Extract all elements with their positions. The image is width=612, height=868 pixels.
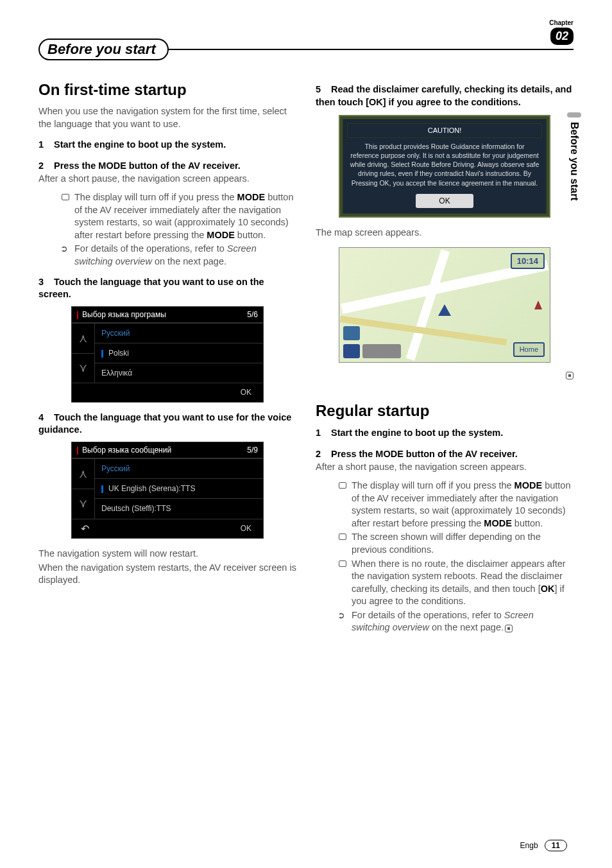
reg-note-1: The display will turn off if you press t…: [339, 480, 574, 530]
map-menu-icon: [343, 326, 360, 340]
map-scale-icon: [362, 344, 401, 358]
current-position-icon: [438, 304, 451, 316]
end-marker-icon: [505, 625, 513, 632]
intro-text: When you use the navigation system for t…: [38, 105, 296, 130]
step-4: 4Touch the language that you want to use…: [38, 412, 296, 437]
down-arrow-icon: ⋎: [72, 353, 95, 383]
step-1: 1Start the engine to boot up the system.: [38, 139, 296, 152]
map-screenshot: 10:14 Home: [339, 247, 550, 363]
reg-step-2: 2Press the MODE button of the AV receive…: [316, 448, 574, 461]
language-screenshot-1: Выбор языка програмы 5/6 ⋏ ⋎ Русский Pol…: [71, 306, 264, 403]
step-2-note: The display will turn off if you press t…: [62, 191, 296, 241]
end-marker-icon: [566, 372, 574, 379]
step-2: 2Press the MODE button of the AV receive…: [38, 160, 296, 173]
caution-body: This product provides Route Guidance inf…: [347, 141, 542, 189]
direction-arrow-icon: [534, 300, 542, 309]
map-tool-icon: [343, 344, 360, 358]
reg-note-3: When there is no route, the disclaimer a…: [339, 558, 574, 608]
chapter-label: Chapter: [549, 19, 574, 26]
chapter-number: 02: [550, 28, 574, 45]
after-step4-b: When the navigation system restarts, the…: [38, 562, 296, 587]
step-5: 5Read the disclaimer carefully, checking…: [316, 83, 574, 108]
lang-item: Deutsch (Steffi):TTS: [95, 498, 263, 518]
up-arrow-icon: ⋏: [72, 458, 95, 489]
lang-item: Ελληνικά: [95, 363, 263, 383]
heading-first-time: On first-time startup: [38, 80, 296, 100]
caution-title: CAUTION!: [347, 123, 542, 138]
header-rule: [167, 49, 574, 50]
map-caption: The map screen appears.: [316, 227, 574, 239]
caution-screenshot: CAUTION! This product provides Route Gui…: [339, 115, 550, 218]
heading-regular: Regular startup: [316, 401, 574, 421]
step-2-ref: For details of the operations, refer to …: [62, 243, 296, 268]
lang1-header: Выбор языка програмы 5/6: [72, 307, 263, 323]
chapter-indicator: Chapter 02: [549, 19, 574, 45]
back-icon: ↶: [72, 519, 98, 539]
lang-item: Русский: [95, 458, 263, 478]
header-bar: Before you start: [38, 39, 574, 60]
ok-button: OK: [229, 519, 263, 539]
page-title: Before you start: [47, 41, 156, 58]
down-arrow-icon: ⋎: [72, 489, 95, 519]
page-footer: Engb 11: [520, 840, 567, 851]
up-arrow-icon: ⋏: [72, 323, 95, 353]
step-3: 3Touch the language that you want to use…: [38, 276, 296, 301]
page-number: 11: [545, 840, 567, 851]
caution-ok-button: OK: [416, 194, 473, 208]
step-2-sub: After a short pause, the navigation scre…: [38, 173, 296, 186]
map-time: 10:14: [511, 253, 545, 270]
header-pill: Before you start: [38, 39, 169, 60]
reg-step-1: 1Start the engine to boot up the system.: [316, 427, 574, 440]
lang-item: Polski: [95, 343, 263, 363]
reg-note-2: The screen shown will differ depending o…: [339, 531, 574, 556]
after-step4-a: The navigation system will now restart.: [38, 548, 296, 560]
left-column: On first-time startup When you use the n…: [38, 80, 296, 642]
side-tab: Before you start: [568, 122, 580, 201]
right-column: 5Read the disclaimer carefully, checking…: [316, 80, 574, 642]
lang-item: Русский: [95, 323, 263, 343]
reg-step-2-sub: After a short pause, the navigation scre…: [316, 461, 574, 474]
reg-ref: For details of the operations, refer to …: [339, 609, 574, 634]
ok-button: OK: [229, 383, 263, 401]
footer-lang: Engb: [520, 841, 538, 850]
map-home-button: Home: [513, 342, 545, 357]
section-end: [316, 369, 574, 382]
lang2-header: Выбор языка сообщений 5/9: [72, 442, 263, 458]
side-marker: [567, 112, 581, 117]
lang-item: UK English (Serena):TTS: [95, 478, 263, 498]
language-screenshot-2: Выбор языка сообщений 5/9 ⋏ ⋎ Русский UK…: [71, 442, 264, 539]
